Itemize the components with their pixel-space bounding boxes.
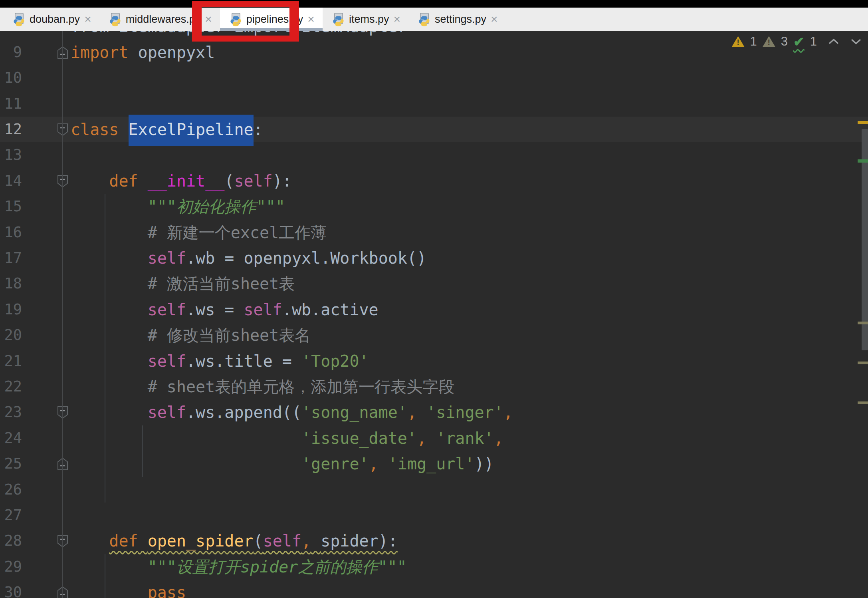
line-number: 12 xyxy=(0,117,22,142)
gutter-fold-line xyxy=(62,31,63,598)
chevron-down-icon[interactable] xyxy=(850,37,862,46)
chevron-up-icon[interactable] xyxy=(827,37,840,46)
green-checkmark-icon: ✔ xyxy=(793,35,805,48)
code-line-18[interactable]: 18 # 激活当前sheet表 xyxy=(0,271,868,296)
code-text: self.ws.title = 'Top20' xyxy=(71,348,369,374)
stripe-ok-mark[interactable] xyxy=(858,159,868,163)
code-line-28[interactable]: 28 def open_spider(self, spider): xyxy=(0,528,868,554)
code-text: import openpyxl xyxy=(71,40,215,65)
code-line-21[interactable]: 21 self.ws.title = 'Top20' xyxy=(0,348,868,374)
code-line-23[interactable]: 23 self.ws.append(('song_name', 'singer'… xyxy=(0,399,868,425)
tab-close-icon[interactable]: × xyxy=(393,13,400,25)
code-line-29[interactable]: 29 """设置打开spider之前的操作""" xyxy=(0,554,868,580)
indent-guide xyxy=(105,554,105,598)
fold-end-icon[interactable] xyxy=(57,46,68,59)
code-text: # sheet表的单元格，添加第一行表头字段 xyxy=(71,374,454,399)
tab-close-icon[interactable]: × xyxy=(491,13,498,25)
indent-guide xyxy=(142,425,143,477)
tab-middlewares-py[interactable]: middlewares.py× xyxy=(99,8,220,31)
fold-collapse-icon[interactable] xyxy=(57,175,68,188)
tab-label: middlewares.py xyxy=(126,13,201,26)
code-line-22[interactable]: 22 # sheet表的单元格，添加第一行表头字段 xyxy=(0,374,868,399)
stripe-weak-warning-mark[interactable] xyxy=(858,401,868,404)
line-number: 13 xyxy=(0,142,22,168)
code-text: 'genre', 'img_url')) xyxy=(71,451,494,477)
line-number: 23 xyxy=(0,399,22,425)
line-number: 14 xyxy=(0,168,22,194)
stripe-weak-warning-mark[interactable] xyxy=(858,362,868,364)
weak-warning-count: 3 xyxy=(781,34,788,49)
fold-collapse-icon[interactable] xyxy=(57,406,68,419)
code-line-14[interactable]: 14 def __init__(self): xyxy=(0,168,868,194)
code-line-25[interactable]: 25 'genre', 'img_url')) xyxy=(0,451,868,477)
line-number: 15 xyxy=(0,194,22,219)
line-number: 21 xyxy=(0,348,22,374)
fold-end-icon[interactable] xyxy=(57,586,68,598)
line-number: 25 xyxy=(0,451,22,477)
code-text: class ExcelPipeline: xyxy=(71,117,263,142)
line-number: 9 xyxy=(0,40,22,65)
code-line-12[interactable]: 12class ExcelPipeline: xyxy=(0,117,868,142)
code-line-27[interactable]: 27 xyxy=(0,503,868,528)
line-number: 27 xyxy=(0,503,22,528)
code-line-26[interactable]: 26 xyxy=(0,477,868,503)
tab-close-icon[interactable]: × xyxy=(307,13,315,25)
tab-label: settings.py xyxy=(435,13,486,26)
code-text: self.ws = self.wb.active xyxy=(71,297,379,322)
python-file-icon xyxy=(108,13,122,27)
code-text: """初始化操作""" xyxy=(71,194,285,219)
line-number: 22 xyxy=(0,374,22,399)
code-line-10[interactable]: 10 xyxy=(0,65,868,91)
code-text: self.wb = openpyxl.Workbook() xyxy=(71,245,426,271)
line-number: 17 xyxy=(0,245,22,271)
code-line-13[interactable]: 13 xyxy=(0,142,868,168)
code-line-17[interactable]: 17 self.wb = openpyxl.Workbook() xyxy=(0,245,868,271)
code-line-11[interactable]: 11 xyxy=(0,91,868,117)
code-editor[interactable]: from itemadapter import ItemAdapter9impo… xyxy=(0,31,868,598)
tab-pipelines-py[interactable]: pipelines.py× xyxy=(220,8,323,31)
tab-label: items.py xyxy=(349,13,389,26)
line-number: 24 xyxy=(0,425,22,451)
stripe-warning-mark[interactable] xyxy=(858,121,868,124)
code-line-15[interactable]: 15 """初始化操作""" xyxy=(0,194,868,219)
line-number: 28 xyxy=(0,528,22,554)
stripe-weak-warning-mark[interactable] xyxy=(858,322,868,324)
code-line-16[interactable]: 16 # 新建一个excel工作薄 xyxy=(0,220,868,245)
line-number: 18 xyxy=(0,271,22,296)
code-text: def open_spider(self, spider): xyxy=(71,528,398,554)
tab-items-py[interactable]: items.py× xyxy=(323,8,408,31)
fold-collapse-icon[interactable] xyxy=(57,123,68,136)
code-line-30[interactable]: 30 pass xyxy=(0,580,868,598)
tab-label: douban.py xyxy=(30,13,80,26)
line-number: 16 xyxy=(0,220,22,245)
code-line-19[interactable]: 19 self.ws = self.wb.active xyxy=(0,297,868,322)
fold-collapse-icon[interactable] xyxy=(57,534,68,548)
ok-count: 1 xyxy=(810,34,817,49)
line-number: 20 xyxy=(0,322,22,348)
code-text: 'issue_date', 'rank', xyxy=(71,425,503,451)
code-text: def __init__(self): xyxy=(71,168,292,194)
code-line-24[interactable]: 24 'issue_date', 'rank', xyxy=(0,425,868,451)
code-text: """设置打开spider之前的操作""" xyxy=(71,554,407,580)
line-number: 30 xyxy=(0,580,22,598)
warning-triangle-icon: ! xyxy=(732,36,745,47)
fold-end-icon[interactable] xyxy=(57,457,68,471)
editor-tab-bar: douban.py×middlewares.py×pipelines.py×it… xyxy=(0,8,868,31)
window-top-strip xyxy=(0,0,868,8)
line-number: 26 xyxy=(0,477,22,503)
line-number: 19 xyxy=(0,297,22,322)
ide-window: douban.py×middlewares.py×pipelines.py×it… xyxy=(0,0,868,598)
indent-guide xyxy=(105,194,105,503)
weak-warning-squiggle: def open_spider(self, spider): xyxy=(109,532,398,550)
tab-close-icon[interactable]: × xyxy=(84,13,91,25)
tab-settings-py[interactable]: settings.py× xyxy=(408,8,506,31)
inspection-widget[interactable]: ! 1 ! 3 ✔ 1 xyxy=(732,34,862,49)
python-file-icon xyxy=(12,13,26,27)
python-file-icon xyxy=(417,13,431,27)
line-number: 11 xyxy=(0,91,22,117)
code-line-20[interactable]: 20 # 修改当前sheet表名 xyxy=(0,322,868,348)
tab-douban-py[interactable]: douban.py× xyxy=(3,8,99,31)
tab-close-icon[interactable]: × xyxy=(205,13,212,25)
code-text: # 新建一个excel工作薄 xyxy=(71,220,327,245)
python-file-icon xyxy=(331,13,345,27)
